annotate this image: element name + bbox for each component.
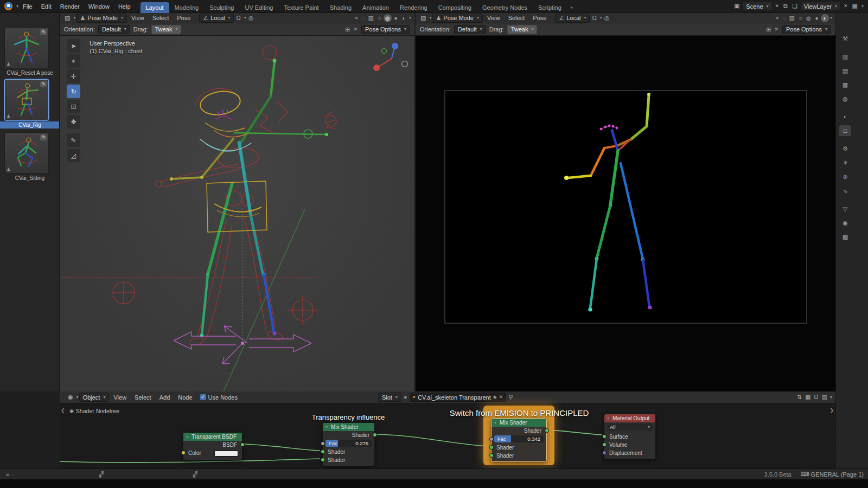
overlap-icon[interactable]: ▥ bbox=[820, 394, 829, 400]
region-collapse-left-icon[interactable]: ❮ bbox=[61, 408, 65, 413]
node-transparent-bsdf[interactable]: ▾Transparent BSDF BSDF Color bbox=[183, 432, 242, 460]
menu-view[interactable]: View bbox=[483, 15, 504, 21]
tool-select-box[interactable]: ➤ bbox=[67, 39, 80, 53]
menu-render[interactable]: Render bbox=[56, 0, 84, 13]
viewport-right-canvas[interactable] bbox=[416, 36, 835, 391]
props-tab-viewlayer-icon[interactable]: ▦ bbox=[839, 79, 851, 90]
tool-annotate[interactable]: ✎ bbox=[67, 133, 80, 147]
shading-material-icon[interactable]: ● bbox=[392, 14, 400, 22]
fake-user-shield-icon[interactable]: ◈ bbox=[493, 395, 497, 400]
menu-pose[interactable]: Pose bbox=[173, 15, 194, 21]
snap-caret-icon[interactable]: ▾ bbox=[243, 16, 246, 20]
node-header[interactable]: ▾Material Output bbox=[604, 414, 655, 422]
node-collapse-icon[interactable]: ▾ bbox=[606, 416, 609, 421]
pose-asset-sitting[interactable]: ✎ ♟ bbox=[4, 132, 49, 174]
node-collapse-icon[interactable]: ▾ bbox=[493, 421, 496, 425]
tab-compositing[interactable]: Compositing bbox=[433, 2, 477, 13]
viewport-left-canvas[interactable]: ➤ ⌖ ✛ ↻ ⊡ ✥ ✎ ◿ User Perspective (1) CVa… bbox=[60, 36, 414, 391]
pose-asset-rig[interactable]: ✎ ♟ bbox=[4, 79, 49, 120]
node-collapse-icon[interactable]: ▾ bbox=[185, 435, 188, 439]
props-tab-render-icon[interactable]: ▥ bbox=[839, 51, 851, 62]
shading-solid-icon[interactable]: ◍ bbox=[805, 14, 813, 22]
props-tab-tool-icon[interactable]: ⚒ bbox=[839, 33, 851, 44]
color-swatch[interactable] bbox=[214, 451, 238, 457]
tool-transform[interactable]: ✥ bbox=[67, 115, 80, 129]
shading-solid-icon[interactable]: ◍ bbox=[384, 14, 392, 22]
node-collapse-icon[interactable]: ▾ bbox=[324, 425, 328, 429]
scene-selector[interactable]: Scene▾ bbox=[742, 2, 772, 11]
socket-displacement-input[interactable] bbox=[602, 451, 607, 455]
editor-type-3d-icon[interactable]: ▧ bbox=[63, 15, 72, 21]
node-header[interactable]: ▾Mix Shader bbox=[323, 423, 374, 431]
slot-selector[interactable]: Slot▾ bbox=[378, 393, 401, 402]
mirror-x-icon[interactable]: ✕ bbox=[773, 27, 780, 32]
props-tab-world-icon[interactable]: ◐ bbox=[839, 111, 851, 122]
new-scene-icon[interactable]: ⧉ bbox=[782, 3, 789, 9]
overlays-icon[interactable]: ◌ bbox=[360, 15, 367, 21]
mirror-grid-icon[interactable]: ⊞ bbox=[764, 27, 773, 33]
menu-pose[interactable]: Pose bbox=[529, 15, 550, 21]
pose-options-button[interactable]: Pose Options▾ bbox=[782, 25, 831, 34]
viewlayer-selector[interactable]: ViewLayer▾ bbox=[800, 2, 841, 11]
material-name-field[interactable]: ● CV.ai_skeleton Transparent ◈ ✕ bbox=[410, 393, 507, 402]
socket-color-input[interactable] bbox=[181, 451, 186, 455]
props-tab-object-icon[interactable]: □ bbox=[839, 125, 851, 136]
snap-caret-icon[interactable]: ▾ bbox=[599, 16, 602, 20]
tab-scripting[interactable]: Scripting bbox=[533, 2, 567, 13]
add-workspace-button[interactable]: + bbox=[567, 2, 577, 13]
fac-slider[interactable]: Fac0.275 bbox=[326, 440, 372, 447]
mode-selector[interactable]: ♟Pose Mode▾ bbox=[432, 14, 483, 23]
region-collapse-right-icon[interactable]: ❯ bbox=[829, 408, 834, 413]
menu-help[interactable]: Help bbox=[114, 0, 135, 13]
fac-slider[interactable]: Fac0.342 bbox=[494, 435, 544, 442]
menu-view[interactable]: View bbox=[127, 15, 148, 21]
menu-window[interactable]: Window bbox=[84, 0, 114, 13]
props-tab-output-icon[interactable]: ▤ bbox=[839, 65, 851, 76]
drag-dropdown[interactable]: Tweak▾ bbox=[507, 25, 538, 34]
socket-shader-input-2[interactable] bbox=[489, 453, 494, 458]
overlays-icon[interactable]: ◌ bbox=[781, 15, 788, 21]
tool-rotate[interactable]: ↻ bbox=[67, 85, 80, 98]
props-tab-physics-icon[interactable]: ⊚ bbox=[839, 171, 851, 182]
show-gizmo-icon[interactable]: ⌖ bbox=[353, 15, 360, 21]
material-preview-sphere-icon[interactable]: ● bbox=[402, 394, 409, 400]
orientation-dropdown[interactable]: Default▾ bbox=[454, 25, 486, 34]
editor-type-node-icon[interactable]: ◉ bbox=[66, 394, 75, 400]
transform-orientation-selector[interactable]: ∠Local▾ bbox=[199, 14, 234, 23]
socket-surface-input[interactable] bbox=[602, 434, 607, 439]
editor-corner-icon[interactable]: ▞ bbox=[193, 471, 197, 477]
tab-geometry-nodes[interactable]: Geometry Nodes bbox=[477, 2, 533, 13]
shading-caret-icon[interactable]: ▾ bbox=[408, 16, 411, 20]
tool-move[interactable]: ✛ bbox=[67, 69, 80, 83]
edit-pose-icon[interactable]: ✎ bbox=[40, 29, 47, 35]
tab-modeling[interactable]: Modeling bbox=[169, 2, 205, 13]
socket-shader-output[interactable] bbox=[373, 433, 377, 437]
drag-dropdown[interactable]: Tweak▾ bbox=[151, 25, 182, 34]
unlink-material-icon[interactable]: ✕ bbox=[499, 395, 503, 400]
display-settings-caret-icon[interactable]: ▾ bbox=[860, 4, 864, 9]
tool-3d-cursor[interactable]: ⌖ bbox=[67, 54, 80, 68]
props-tab-material-icon[interactable]: ◉ bbox=[839, 217, 851, 228]
edit-pose-icon[interactable]: ✎ bbox=[40, 81, 47, 87]
node-material-output[interactable]: ▾Material Output All▾ Surface Volume Dis… bbox=[604, 414, 656, 459]
node-grid-icon[interactable]: ▦ bbox=[803, 394, 812, 400]
menu-select[interactable]: Select bbox=[149, 15, 173, 21]
parent-filter-icon[interactable]: ⇅ bbox=[795, 394, 803, 400]
snap-magnet-icon[interactable]: Ω bbox=[234, 15, 242, 21]
display-settings-icon[interactable]: ▦ bbox=[851, 3, 859, 9]
shader-type-selector[interactable]: Object▾ bbox=[79, 393, 110, 402]
shading-rendered-icon[interactable]: ◐ bbox=[400, 14, 408, 22]
viewlayer-remove-icon[interactable]: ✕ bbox=[842, 4, 850, 9]
shading-material-icon[interactable]: ● bbox=[813, 14, 821, 22]
menu-select[interactable]: Select bbox=[131, 394, 155, 401]
node-snap-icon[interactable]: Ω bbox=[812, 394, 820, 400]
tab-texture-paint[interactable]: Texture Paint bbox=[278, 2, 324, 13]
node-header[interactable]: ▾Transparent BSDF bbox=[183, 433, 242, 441]
shading-wireframe-icon[interactable]: ○ bbox=[375, 14, 384, 22]
pin-icon[interactable]: ⚲ bbox=[507, 394, 514, 400]
menu-select[interactable]: Select bbox=[505, 15, 529, 21]
transform-orientation-selector[interactable]: ∠Local▾ bbox=[555, 14, 590, 23]
editor-type-caret-icon[interactable]: ▾ bbox=[72, 16, 75, 20]
node-mix-shader-2-active[interactable]: ▾Mix Shader Shader Fac0.342 Shader Shade… bbox=[491, 418, 547, 462]
tool-scale[interactable]: ⊡ bbox=[67, 100, 80, 113]
